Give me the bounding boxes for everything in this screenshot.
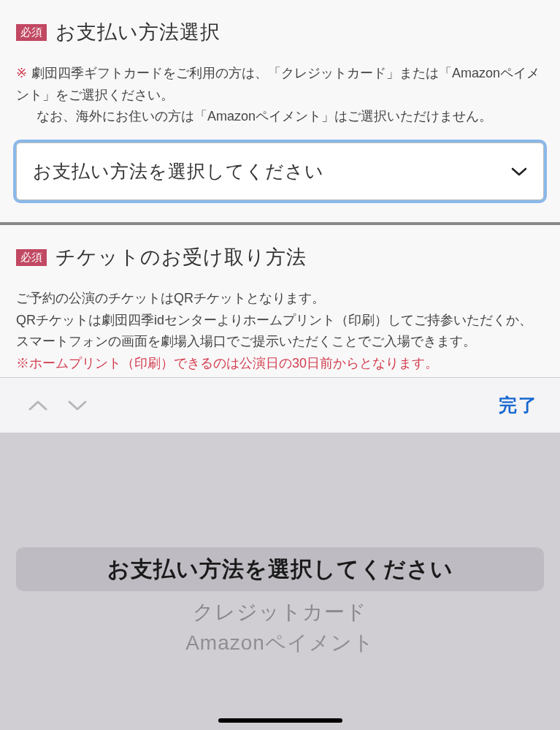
chevron-down-icon [511, 167, 527, 177]
note-text: 劇団四季ギフトカードをご利用の方は、「クレジットカード」または「Amazonペイ… [16, 66, 540, 102]
note-text: QRチケットは劇団四季idセンターよりホームプリント（印刷）してご持参いただくか… [16, 310, 544, 353]
keyboard-accessory-bar: 完了 [0, 377, 560, 433]
home-indicator[interactable] [218, 718, 342, 723]
required-badge: 必須 [16, 249, 47, 266]
payment-method-note: ※劇団四季ギフトカードをご利用の方は、「クレジットカード」または「Amazonペ… [16, 63, 544, 128]
ticket-delivery-section: 必須 チケットのお受け取り方法 ご予約の公演のチケットはQRチケットとなります。… [0, 225, 560, 377]
section-header: 必須 お支払い方法選択 [16, 19, 544, 45]
payment-method-select[interactable]: お支払い方法を選択してください [16, 142, 544, 200]
required-badge: 必須 [16, 24, 47, 41]
done-button[interactable]: 完了 [493, 389, 544, 422]
payment-method-title: お支払い方法選択 [55, 19, 220, 45]
payment-method-section: 必須 お支払い方法選択 ※劇団四季ギフトカードをご利用の方は、「クレジットカード… [0, 0, 560, 225]
picker-option[interactable]: Amazonペイメント [16, 629, 544, 657]
next-field-button[interactable] [66, 394, 89, 417]
previous-field-button[interactable] [26, 394, 50, 417]
note-text: ご予約の公演のチケットはQRチケットとなります。 [16, 288, 544, 310]
picker-selected-option[interactable]: お支払い方法を選択してください [107, 555, 453, 585]
note-text-line2: なお、海外にお住いの方は「Amazonペイメント」はご選択いただけません。 [16, 106, 544, 128]
picker-wheel[interactable]: お支払い方法を選択してください クレジットカード Amazonペイメント [0, 547, 560, 730]
note-asterisk: ※ [16, 66, 27, 80]
picker-option[interactable]: クレジットカード [16, 598, 544, 626]
picker-pane: お支払い方法を選択してください クレジットカード Amazonペイメント [0, 433, 560, 730]
payment-method-select-value: お支払い方法を選択してください [33, 159, 324, 183]
note-warning: ※ホームプリント（印刷）できるのは公演日の30日前からとなります。 [16, 353, 544, 375]
accessory-nav-group [16, 394, 89, 417]
section-header: 必須 チケットのお受け取り方法 [16, 244, 544, 270]
ticket-delivery-note: ご予約の公演のチケットはQRチケットとなります。 QRチケットは劇団四季idセン… [16, 288, 544, 375]
ticket-delivery-title: チケットのお受け取り方法 [55, 244, 307, 270]
picker-selected-highlight: お支払い方法を選択してください [16, 547, 544, 591]
